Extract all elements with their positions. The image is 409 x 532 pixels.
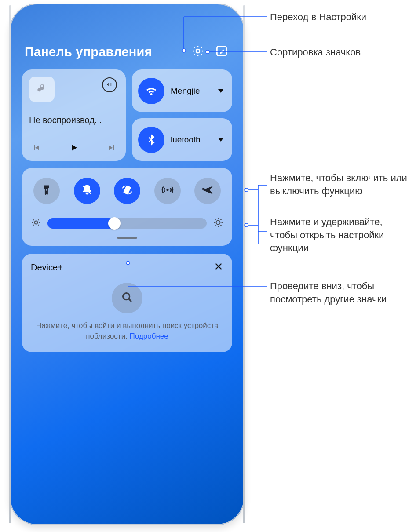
- svg-point-0: [196, 49, 200, 53]
- gear-icon: [191, 44, 204, 59]
- play-icon[interactable]: [69, 142, 79, 155]
- flashlight-icon: [40, 184, 53, 198]
- brightness-slider[interactable]: [47, 218, 207, 229]
- top-row: Не воспроизвод. . Mengjie: [22, 69, 232, 161]
- skip-prev-icon[interactable]: [31, 142, 41, 155]
- sun-high-icon: [213, 217, 223, 230]
- cast-audio-icon: [106, 81, 113, 89]
- airplane-toggle[interactable]: [194, 178, 221, 204]
- sun-low-icon: [31, 217, 41, 230]
- brightness-slider-thumb[interactable]: [108, 217, 121, 230]
- device-plus-card: Device+ Нажмите, чтобы войти и выполнить…: [22, 254, 232, 352]
- page-title: Панель управления: [25, 45, 182, 59]
- callout-hold: Нажмите и удерживайте, чтобы открыть нас…: [270, 215, 409, 255]
- hotspot-toggle[interactable]: [154, 178, 181, 204]
- chevron-down-icon[interactable]: [218, 89, 223, 93]
- edit-icon: [215, 44, 228, 59]
- media-card[interactable]: Не воспроизвод. .: [22, 69, 126, 161]
- svg-point-8: [35, 221, 38, 224]
- callout-tap: Нажмите, чтобы включить или выключить фу…: [270, 171, 409, 197]
- device-plus-close-button[interactable]: [214, 262, 223, 273]
- quick-toggles-card: [22, 168, 232, 246]
- auto-rotate-icon: [121, 184, 133, 198]
- svg-rect-3: [108, 83, 109, 86]
- media-status-text: Не воспроизвод. .: [29, 115, 119, 125]
- brightness-slider-fill: [47, 218, 114, 229]
- wifi-icon: [138, 78, 164, 104]
- svg-rect-4: [110, 84, 110, 85]
- device-plus-message: Нажмите, чтобы войти и выполнить поиск у…: [31, 321, 223, 342]
- close-icon: [214, 265, 223, 273]
- music-note-icon: [36, 83, 47, 96]
- svg-rect-2: [107, 84, 108, 85]
- device-search-button[interactable]: [112, 283, 142, 313]
- search-icon: [121, 291, 134, 306]
- bell-off-icon: [81, 184, 93, 198]
- sort-button[interactable]: [214, 44, 230, 60]
- album-art-placeholder: [29, 77, 55, 102]
- bluetooth-tile[interactable]: luetooth: [132, 118, 232, 161]
- device-plus-title: Device+: [31, 262, 214, 273]
- bluetooth-icon: [138, 127, 164, 153]
- auto-rotate-toggle[interactable]: [114, 178, 140, 204]
- svg-point-9: [216, 221, 220, 225]
- callout-sort: Сортировка значков: [270, 46, 361, 59]
- svg-rect-5: [111, 83, 111, 86]
- wifi-label: Mengjie: [171, 86, 212, 96]
- hotspot-icon: [161, 184, 174, 198]
- chevron-down-icon[interactable]: [218, 138, 223, 142]
- drag-handle[interactable]: [117, 237, 137, 239]
- callout-settings: Переход в Настройки: [270, 11, 366, 24]
- svg-point-10: [123, 293, 130, 300]
- callout-swipe: Проведите вниз, чтобы посмотреть другие …: [270, 280, 409, 306]
- control-panel-header: Панель управления: [10, 44, 245, 69]
- phone-mock: Панель управления: [10, 4, 245, 525]
- device-plus-message-text: Нажмите, чтобы войти и выполнить поиск у…: [36, 321, 218, 340]
- settings-button[interactable]: [190, 44, 206, 60]
- skip-next-icon[interactable]: [106, 142, 117, 155]
- flashlight-toggle[interactable]: [33, 178, 60, 204]
- svg-point-7: [166, 189, 168, 191]
- cast-audio-button[interactable]: [102, 77, 117, 92]
- airplane-icon: [201, 184, 214, 198]
- bluetooth-label: luetooth: [171, 135, 212, 145]
- mute-toggle[interactable]: [74, 178, 100, 204]
- device-plus-learn-more-link[interactable]: Подробнее: [130, 332, 168, 340]
- wifi-tile[interactable]: Mengjie: [132, 69, 232, 112]
